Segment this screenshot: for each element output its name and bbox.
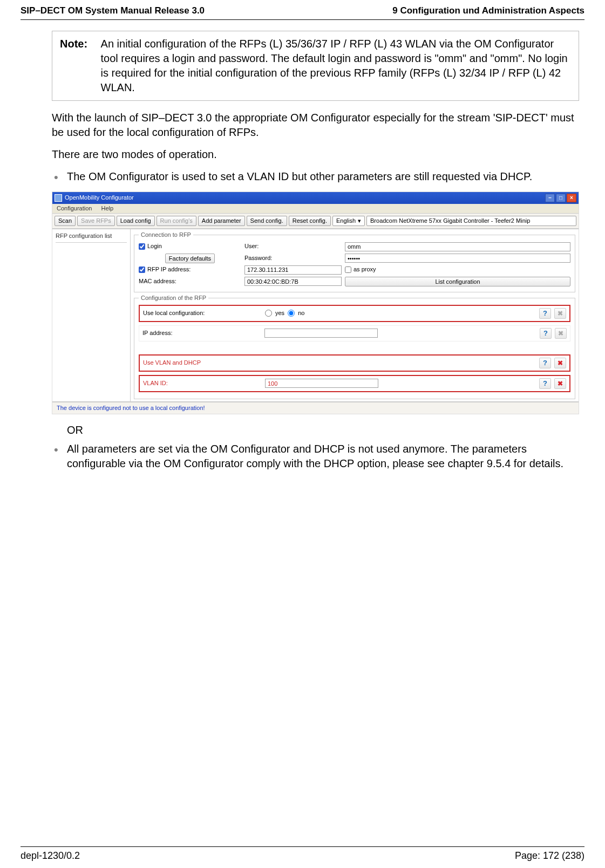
om-configurator-window: OpenMobility Configurator – □ × Configur… (52, 192, 579, 414)
list-configuration-button[interactable]: List configuration (345, 277, 570, 286)
note-text: An initial configuration of the RFPs (L)… (101, 37, 569, 95)
rfp-ip-input[interactable] (244, 265, 342, 275)
page-content: Note: An initial configuration of the RF… (21, 31, 584, 471)
note-label: Note: (60, 37, 98, 51)
factory-defaults-button[interactable]: Factory defaults (165, 254, 215, 263)
footer-rule (21, 846, 584, 847)
yes-label: yes (275, 310, 284, 317)
toolbar: Scan Save RFPs Load config Run config's … (52, 214, 579, 229)
or-text: OR (67, 424, 579, 436)
vlan-id-input[interactable] (265, 379, 378, 388)
note-box: Note: An initial configuration of the RF… (52, 31, 579, 101)
header-left: SIP–DECT OM System Manual Release 3.0 (21, 5, 205, 16)
help-icon[interactable]: ? (539, 378, 551, 389)
use-local-no-radio[interactable] (288, 310, 295, 317)
delete-icon[interactable]: ✖ (555, 328, 567, 339)
close-button[interactable]: × (567, 194, 576, 202)
row-ip-address: IP address: ? ✖ (139, 325, 570, 341)
nic-select[interactable]: Broadcom NetXtreme 57xx Gigabit Controll… (366, 216, 576, 226)
no-label: no (298, 310, 304, 317)
rfp-list-title: RFP configuration list (56, 233, 127, 242)
mac-input[interactable] (244, 277, 342, 286)
as-proxy-label: as proxy (354, 266, 376, 273)
rfp-ip-label: RFP IP address: (147, 266, 191, 273)
help-icon[interactable]: ? (539, 308, 551, 319)
help-icon[interactable]: ? (540, 328, 552, 339)
window-title: OpenMobility Configurator (65, 194, 545, 201)
bullet-list-1: The OM Configurator is used to set a VLA… (52, 169, 579, 184)
send-config-button[interactable]: Send config. (247, 216, 287, 226)
save-rfps-button[interactable]: Save RFPs (77, 216, 115, 226)
menubar: Configuration Help (52, 204, 579, 214)
minimize-button[interactable]: – (545, 194, 555, 202)
row-use-local-config: Use local configuration: yes no ? ✖ (139, 305, 570, 322)
mac-label: MAC address: (139, 278, 176, 285)
rfp-ip-checkbox[interactable] (139, 266, 145, 273)
chevron-down-icon: ▾ (358, 217, 361, 224)
main-panels: RFP configuration list Connection to RFP… (52, 229, 579, 401)
row-mac: MAC address: List configuration (139, 277, 570, 286)
window-controls: – □ × (545, 194, 576, 202)
delete-icon[interactable]: ✖ (554, 358, 566, 368)
row-login: Login User: (139, 242, 570, 251)
user-label: User: (244, 243, 259, 250)
header-rule (21, 19, 584, 20)
connection-legend: Connection to RFP (139, 231, 193, 238)
bullet-list-2: All parameters are set via the OM Config… (52, 442, 579, 471)
delete-icon[interactable]: ✖ (554, 308, 566, 319)
ip-address-input[interactable] (264, 329, 378, 338)
config-group: Configuration of the RFP Use local confi… (134, 295, 575, 399)
add-parameter-button[interactable]: Add parameter (198, 216, 245, 226)
vlan-id-label: VLAN ID: (143, 380, 262, 387)
menu-configuration[interactable]: Configuration (57, 205, 92, 211)
use-vlan-dhcp-label: Use VLAN and DHCP (143, 359, 262, 366)
window-titlebar: OpenMobility Configurator – □ × (52, 192, 579, 204)
connection-group: Connection to RFP Login User: Factory de… (134, 231, 575, 292)
reset-config-button[interactable]: Reset config. (289, 216, 331, 226)
maximize-button[interactable]: □ (556, 194, 566, 202)
row-use-vlan-dhcp: Use VLAN and DHCP ? ✖ (139, 354, 570, 372)
paragraph-1: With the launch of SIP–DECT 3.0 the appr… (52, 111, 579, 140)
row-rfp-ip: RFP IP address: as proxy (139, 265, 570, 275)
rfp-list-panel: RFP configuration list (52, 229, 131, 401)
ip-address-label: IP address: (142, 330, 261, 337)
as-proxy-checkbox[interactable] (345, 266, 351, 273)
menu-help[interactable]: Help (101, 205, 114, 211)
scan-button[interactable]: Scan (55, 216, 76, 226)
app-icon (55, 194, 62, 202)
row-factory: Factory defaults Password: (139, 254, 570, 263)
load-config-button[interactable]: Load config (117, 216, 155, 226)
bullet-2: All parameters are set via the OM Config… (52, 442, 579, 471)
right-panel: Connection to RFP Login User: Factory de… (131, 229, 579, 401)
header-right: 9 Configuration und Administration Aspec… (392, 5, 584, 16)
user-input[interactable] (345, 242, 570, 251)
run-configs-button[interactable]: Run config's (157, 216, 196, 226)
footer-right: Page: 172 (238) (515, 850, 584, 862)
language-select[interactable]: English ▾ (332, 216, 365, 226)
help-icon[interactable]: ? (539, 358, 551, 368)
password-input[interactable] (345, 254, 570, 263)
login-label: Login (147, 243, 162, 250)
bullet-1: The OM Configurator is used to set a VLA… (52, 169, 579, 184)
config-legend: Configuration of the RFP (139, 295, 208, 302)
password-label: Password: (244, 255, 272, 262)
delete-icon[interactable]: ✖ (554, 378, 566, 389)
paragraph-2: There are two modes of operation. (52, 147, 579, 162)
footer-left: depl-1230/0.2 (21, 850, 80, 862)
language-value: English (336, 217, 356, 224)
use-local-yes-radio[interactable] (265, 310, 272, 317)
use-local-label: Use local configuration: (143, 310, 262, 317)
status-bar: The device is configured not to use a lo… (52, 401, 579, 414)
login-checkbox[interactable] (139, 243, 145, 250)
row-vlan-id: VLAN ID: ? ✖ (139, 375, 570, 392)
page-header: SIP–DECT OM System Manual Release 3.0 9 … (21, 0, 584, 19)
page-footer: depl-1230/0.2 Page: 172 (238) (21, 846, 584, 862)
